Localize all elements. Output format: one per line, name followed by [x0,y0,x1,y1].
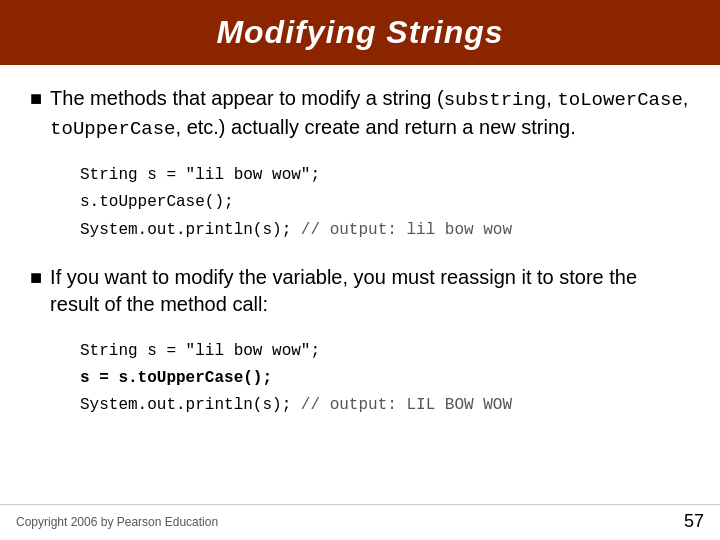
code-2-line3-code: System.out.println(s); [80,396,291,414]
code-2-line2: s = s.toUpperCase(); [80,365,690,392]
title-text: Modifying Strings [216,14,503,50]
bullet-2-icon: ■ [30,266,42,289]
code-1-line3-comment: // output: lil bow wow [291,221,512,239]
bullet-2-section: ■ If you want to modify the variable, yo… [30,264,690,318]
bullet-1-text: The methods that appear to modify a stri… [50,85,690,142]
slide-content: ■ The methods that appear to modify a st… [0,65,720,504]
code-2-line3: System.out.println(s); // output: LIL BO… [80,392,690,419]
code-2-line3-comment: // output: LIL BOW WOW [291,396,512,414]
copyright-text: Copyright 2006 by Pearson Education [16,515,218,529]
code-1-line1: String s = "lil bow wow"; [80,162,690,189]
bullet-2-text: If you want to modify the variable, you … [50,264,690,318]
code-block-1: String s = "lil bow wow"; s.toUpperCase(… [80,162,690,244]
bullet-1-icon: ■ [30,87,42,110]
code-block-2: String s = "lil bow wow"; s = s.toUpperC… [80,338,690,420]
code-1-line2: s.toUpperCase(); [80,189,690,216]
slide-title: Modifying Strings [0,0,720,65]
slide: Modifying Strings ■ The methods that app… [0,0,720,540]
code-1-line3-code: System.out.println(s); [80,221,291,239]
page-number: 57 [684,511,704,532]
code-2-line1: String s = "lil bow wow"; [80,338,690,365]
slide-footer: Copyright 2006 by Pearson Education 57 [0,504,720,540]
bullet-1-section: ■ The methods that appear to modify a st… [30,85,690,142]
code-1-line3: System.out.println(s); // output: lil bo… [80,217,690,244]
